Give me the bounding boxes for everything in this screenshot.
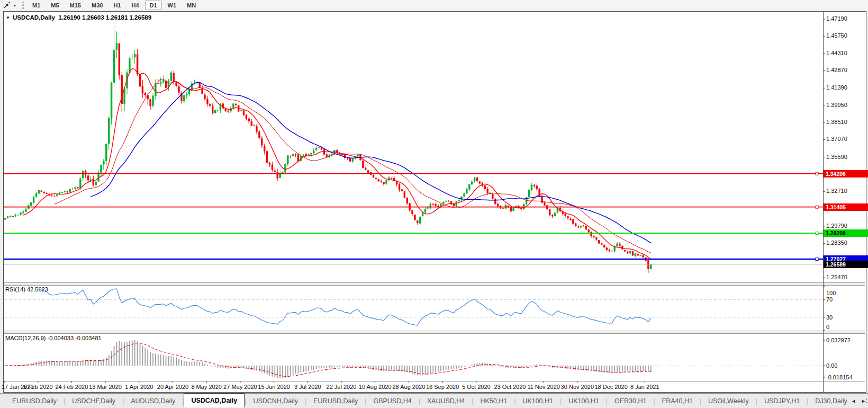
macd-scale-zero: 0.00 [826,362,837,369]
timeframe-button-m5[interactable]: M5 [46,1,64,10]
time-label-5[interactable]: 1 Apr 2020 [125,384,153,390]
rsi-scale-100: 100 [826,290,836,296]
timeframe-toolbar: ▾ M1M5M15M30H1H4D1W1MN [0,0,868,11]
rsi-scale-70: 70 [826,296,833,303]
timeframe-buttons: M1M5M15M30H1H4D1W1MN [27,1,201,10]
price-tick-1.32710[interactable]: 1.32710 [826,188,847,194]
time-axis-line [4,381,865,382]
rsi-scale-30: 30 [826,314,833,321]
timeframe-button-h4[interactable]: H4 [126,1,143,10]
time-label-3[interactable]: 24 Feb 2020 [56,384,88,390]
price-badge-1.34206: 1.34206 [824,170,868,178]
tab-usdcad-daily[interactable]: USDCAD,Daily [184,393,245,407]
panel-splitter-rsi-macd[interactable] [4,331,865,334]
symbol-tabs: EURUSD,Daily|USDCHF,Daily|AUDUSD,Daily|U… [5,394,868,407]
toolbar-grip [22,2,24,9]
timeframe-button-mn[interactable]: MN [182,1,201,10]
tab-xauusd-h4[interactable]: XAUUSD,H4 [420,395,472,407]
price-tick-1.47190[interactable]: 1.47190 [826,15,847,22]
rsi-value: 42.5623 [27,286,48,292]
timeframe-button-m30[interactable]: M30 [87,1,107,10]
time-label-15[interactable]: 5 Oct 2020 [462,384,491,390]
tab-scroll-left-icon[interactable]: ◄ [851,398,856,404]
panel-splitter-main-rsi[interactable] [4,282,865,286]
chart-window[interactable] [3,11,866,393]
time-label-9[interactable]: 15 Jun 2020 [258,384,290,390]
tab-eurusd-daily[interactable]: EURUSD,Daily [306,395,365,407]
crosshair-tool-icon[interactable] [2,1,12,10]
macd-values: -0.004033 -0.003481 [47,335,101,341]
timeframe-button-m15[interactable]: M15 [65,1,86,10]
time-label-17[interactable]: 11 Nov 2020 [527,384,560,390]
time-label-19[interactable]: 18 Dec 2020 [594,384,627,390]
price-tick-1.45750[interactable]: 1.45750 [826,32,847,39]
tab-fra40-h1[interactable]: FRA40,H1 [655,395,700,407]
time-label-11[interactable]: 22 Jul 2020 [327,384,357,390]
time-label-13[interactable]: 28 Aug 2020 [392,384,425,390]
time-label-8[interactable]: 27 May 2020 [223,384,257,390]
price-tick-1.25470[interactable]: 1.25470 [826,274,847,280]
time-label-20[interactable]: 8 Jan 2021 [630,384,659,390]
time-label-10[interactable]: 3 Jul 2020 [294,384,321,390]
price-tick-1.41390[interactable]: 1.41390 [826,84,847,91]
time-label-2[interactable]: 5 Feb 2020 [23,384,53,390]
price-tick-1.35590[interactable]: 1.35590 [826,154,847,160]
time-label-18[interactable]: 30 Nov 2020 [561,384,594,390]
time-label-12[interactable]: 10 Aug 2020 [359,384,392,390]
price-badge-1.31405: 1.31405 [824,203,868,211]
tab-usdchf-daily[interactable]: USDCHF,Daily [65,395,122,407]
tab-usdcnh-daily[interactable]: USDCNH,Daily [246,395,305,407]
rsi-indicator-label: RSI(14) 42.5623 [5,286,48,292]
price-tick-1.29790[interactable]: 1.29790 [826,223,847,229]
current-price-badge: 1.26589 [824,261,868,268]
timeframe-button-h1[interactable]: H1 [108,1,125,10]
tab-ger30-h1[interactable]: GER30,H1 [608,395,653,407]
price-axis-line [823,12,824,392]
macd-scale-min: -0.018154 [826,374,853,380]
tab-gbpusd-h4[interactable]: GBPUSD,H4 [366,395,418,407]
tab-hk50-h1[interactable]: HK50,H1 [473,395,514,407]
timeframe-button-m1[interactable]: M1 [28,1,45,10]
macd-scale-max: 0.032972 [826,337,851,343]
chart-menu-triangle-icon[interactable]: ▼ [6,15,10,20]
macd-name: MACD(12,26,9) [5,335,46,341]
chart-title: ▼USDCAD,Daily 1.26190 1.26603 1.26181 1.… [6,14,151,21]
rsi-name: RSI(14) [5,286,25,292]
tab-uk100-h1[interactable]: UK100,H1 [516,395,560,407]
macd-indicator-label: MACD(12,26,9) -0.004033 -0.003481 [5,335,102,341]
price-badge-1.29208: 1.29208 [824,229,868,237]
price-tick-1.39950[interactable]: 1.39950 [826,102,847,108]
price-tick-1.42870[interactable]: 1.42870 [826,67,847,73]
tab-scroll-buttons: ◄ ► [847,394,866,408]
tab-uk100-h1[interactable]: UK100,H1 [562,395,606,407]
time-label-6[interactable]: 20 Apr 2020 [157,384,188,390]
timeframe-button-w1[interactable]: W1 [163,1,182,10]
tab-usdjpy-h1[interactable]: USDJPY,H1 [757,395,807,407]
caret-down-icon[interactable]: ▾ [12,3,18,8]
rsi-scale-0: 0 [826,324,829,330]
time-label-16[interactable]: 23 Oct 2020 [494,384,526,390]
tab-eurusd-daily[interactable]: EURUSD,Daily [5,395,64,407]
tab-audusd-daily[interactable]: AUDUSD,Daily [124,395,182,407]
price-tick-1.44310[interactable]: 1.44310 [826,50,847,56]
timeframe-button-d1[interactable]: D1 [145,1,162,10]
time-label-7[interactable]: 8 May 2020 [191,384,221,390]
price-tick-1.28350[interactable]: 1.28350 [826,240,847,246]
price-tick-1.37070[interactable]: 1.37070 [826,136,847,142]
chart-ohlc-values: 1.26190 1.26603 1.26181 1.26589 [58,14,151,21]
chart-symbol-label: USDCAD,Daily [13,14,55,21]
tab-usoil-weekly[interactable]: USOil,Weekly [701,395,756,407]
price-tick-1.38510[interactable]: 1.38510 [826,119,847,125]
time-label-14[interactable]: 16 Sep 2020 [426,384,459,390]
time-label-4[interactable]: 13 Mar 2020 [89,384,122,390]
symbol-tabbar: EURUSD,Daily|USDCHF,Daily|AUDUSD,Daily|U… [0,393,868,408]
tab-scroll-right-icon[interactable]: ► [861,398,866,404]
